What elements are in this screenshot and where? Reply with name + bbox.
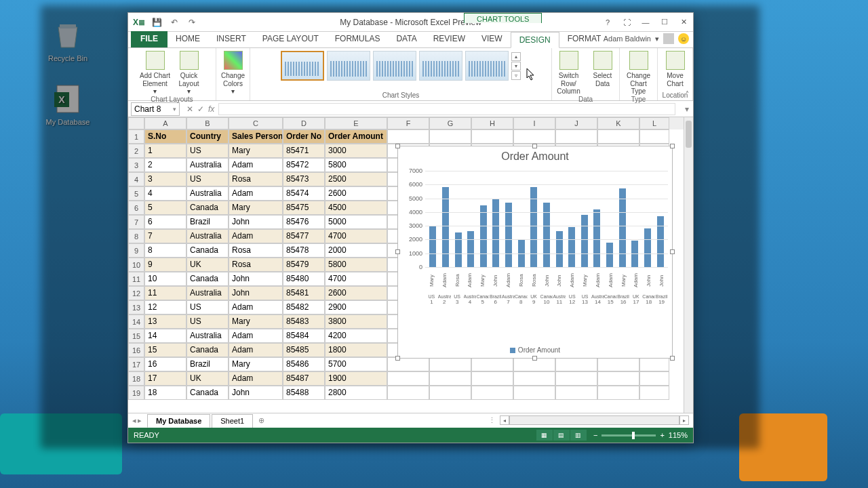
vertical-scrollbar[interactable] [684,117,693,413]
row-header[interactable]: 15 [128,329,144,343]
cell[interactable]: Adam [229,329,283,343]
cell[interactable]: 85479 [283,258,325,272]
table-header-cell[interactable] [639,129,669,144]
cell[interactable]: Brazil [186,215,229,229]
normal-view-button[interactable]: ▦ [536,430,553,441]
cell[interactable]: 85472 [283,158,325,172]
row-header[interactable]: 2 [128,144,144,158]
undo-icon[interactable]: ↶ [167,16,181,29]
cell[interactable]: Canada [186,272,229,286]
tab-data[interactable]: DATA [388,31,425,47]
add-chart-element-button[interactable]: Add Chart Element▾ [139,51,172,96]
tab-nav-next-icon[interactable]: ▸ [138,416,142,425]
cell[interactable]: 85476 [283,215,325,229]
cell[interactable]: Adam [229,158,283,172]
cell[interactable] [639,386,669,400]
change-colors-button[interactable]: Change Colors▾ [217,51,250,96]
cell[interactable]: 13 [144,314,186,329]
table-header-cell[interactable]: Order No [283,129,325,144]
zoom-level[interactable]: 115% [669,431,688,439]
chart-bar[interactable] [644,228,651,267]
col-header[interactable]: B [186,117,229,129]
chart-style-3[interactable] [373,51,416,81]
chart-legend[interactable]: Order Amount [398,346,672,354]
cell[interactable]: UK [186,258,229,272]
sheet-tab[interactable]: My Database [147,414,210,428]
chart-style-1[interactable] [281,51,324,81]
cell[interactable]: US [186,314,229,329]
cell[interactable]: Canada [186,386,229,400]
chevron-down-icon[interactable]: ▾ [655,35,659,43]
feedback-icon[interactable]: ☺ [678,33,689,44]
worksheet-grid[interactable]: ABCDEFGHIJKL 123456789101112131415161718… [128,117,693,413]
table-header-cell[interactable]: Sales Person [229,129,283,144]
cell[interactable]: UK [186,371,229,386]
col-header[interactable]: F [387,117,429,129]
chart-object[interactable]: Order Amount 010002000300040005000600070… [397,146,673,359]
cell[interactable]: 85484 [283,329,325,343]
cell[interactable] [639,371,669,386]
chart-styles-gallery[interactable]: ▴▾▿ [281,51,521,81]
cell[interactable]: 85488 [283,386,325,400]
add-sheet-button[interactable]: ⊕ [253,414,270,427]
cell[interactable]: 85482 [283,300,325,314]
cell[interactable]: Australia [186,286,229,300]
redo-icon[interactable]: ↷ [185,16,199,29]
cell[interactable]: 5800 [325,158,387,172]
table-header-cell[interactable] [429,129,471,144]
chart-bar[interactable] [442,187,449,267]
cell[interactable]: US [186,300,229,314]
chart-plot-area[interactable] [425,171,668,267]
tab-formulas[interactable]: FORMULAS [327,31,389,47]
cell[interactable]: 11 [144,286,186,300]
row-header[interactable]: 16 [128,343,144,357]
cell[interactable]: 85478 [283,243,325,258]
col-header[interactable]: I [513,117,555,129]
table-header-cell[interactable] [555,129,597,144]
col-header[interactable]: E [325,117,387,129]
cell[interactable]: 85480 [283,272,325,286]
maximize-icon[interactable]: ☐ [655,16,674,29]
zoom-in-button[interactable]: + [660,431,664,439]
cell[interactable]: 10 [144,272,186,286]
row-header[interactable]: 6 [128,201,144,215]
col-header[interactable]: G [429,117,471,129]
cell[interactable]: Adam [229,300,283,314]
col-header[interactable]: D [283,117,325,129]
row-header[interactable]: 19 [128,386,144,400]
chart-bar[interactable] [657,216,664,267]
chart-bar[interactable] [455,232,462,267]
cell[interactable] [513,386,555,400]
chart-bar[interactable] [593,209,600,267]
expand-formula-icon[interactable]: ▾ [681,104,693,114]
chart-style-2[interactable] [327,51,370,81]
cell[interactable]: Brazil [186,357,229,371]
minimize-icon[interactable]: — [636,16,655,29]
cell[interactable]: Rosa [229,243,283,258]
cell[interactable] [387,386,429,400]
fullscreen-icon[interactable]: ⛶ [617,16,636,29]
tab-view[interactable]: VIEW [473,31,511,47]
cell[interactable]: 6 [144,215,186,229]
gallery-down-icon[interactable]: ▾ [511,62,521,70]
cell[interactable]: Canada [186,343,229,357]
cell[interactable] [429,386,471,400]
cell[interactable]: Australia [186,186,229,201]
tab-home[interactable]: HOME [167,31,208,47]
cell[interactable] [639,357,669,371]
close-icon[interactable]: ✕ [674,16,693,29]
fx-icon[interactable]: fx [208,104,214,114]
tab-design[interactable]: DESIGN [511,32,559,48]
row-header[interactable]: 9 [128,243,144,258]
row-header[interactable]: 1 [128,129,144,144]
cell[interactable] [513,371,555,386]
chart-bar[interactable] [480,205,487,267]
chart-bar[interactable] [631,241,638,267]
cell[interactable]: John [229,272,283,286]
cell[interactable]: 85485 [283,343,325,357]
cell[interactable]: 5700 [325,357,387,371]
zoom-slider[interactable] [601,434,656,436]
cell[interactable]: 2 [144,158,186,172]
row-header[interactable]: 3 [128,158,144,172]
cell[interactable]: 85474 [283,186,325,201]
